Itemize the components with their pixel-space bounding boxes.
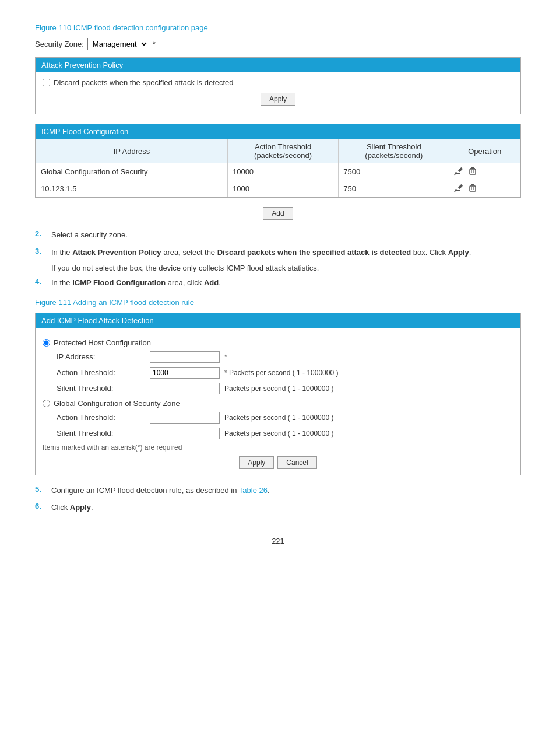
- silent-threshold-label1: Silent Threshold:: [57, 384, 150, 393]
- steps2-section: 5. Configure an ICMP flood detection rul…: [35, 485, 521, 513]
- radio2-label: Global Configuration of Security Zone: [54, 399, 180, 408]
- security-zone-label: Security Zone:: [35, 40, 84, 48]
- form-buttons: Apply Cancel: [43, 456, 513, 469]
- attack-prevention-body: Discard packets when the specified attac…: [36, 72, 520, 114]
- required-note: Items marked with an asterisk(*) are req…: [43, 443, 513, 452]
- attack-policy-apply-button[interactable]: Apply: [261, 93, 295, 106]
- security-zone-select[interactable]: Management: [87, 38, 149, 50]
- col-operation: Operation: [449, 139, 520, 163]
- delete-icon[interactable]: [468, 183, 478, 194]
- action-threshold-input2[interactable]: [150, 412, 220, 424]
- radio-global-config[interactable]: [43, 400, 50, 407]
- ip-address-row: IP Address: *: [43, 351, 513, 363]
- action-threshold-input1[interactable]: [150, 367, 220, 379]
- attack-prevention-header: Attack Prevention Policy: [36, 58, 520, 72]
- form-cancel-button[interactable]: Cancel: [277, 456, 316, 469]
- step2-num: 2.: [35, 229, 45, 238]
- silent-threshold-hint1: Packets per second ( 1 - 1000000 ): [224, 384, 333, 393]
- row1-ip: Global Configuration of Security: [36, 163, 228, 180]
- step5-text: Configure an ICMP flood detection rule, …: [51, 485, 270, 496]
- attack-prevention-panel: Attack Prevention Policy Discard packets…: [35, 57, 521, 114]
- add-row: Add: [35, 207, 521, 220]
- action-threshold-row2: Action Threshold: Packets per second ( 1…: [43, 412, 513, 424]
- discard-packets-row: Discard packets when the specified attac…: [43, 78, 513, 87]
- add-button[interactable]: Add: [263, 207, 293, 220]
- radio-protected-host[interactable]: [43, 339, 50, 346]
- svg-rect-12: [471, 184, 474, 186]
- action-threshold-hint1: * Packets per second ( 1 - 1000000 ): [224, 369, 338, 377]
- step-5: 5. Configure an ICMP flood detection rul…: [35, 485, 521, 496]
- step-2: 2. Select a security zone.: [35, 229, 521, 241]
- step2-text: Select a security zone.: [51, 229, 128, 241]
- discard-packets-checkbox[interactable]: [43, 79, 50, 86]
- table-row: 10.123.1.5 1000 750: [36, 180, 520, 197]
- row2-action: 1000: [227, 180, 338, 197]
- ip-address-input[interactable]: [150, 351, 220, 363]
- figure110-title: Figure 110 ICMP flood detection configur…: [35, 23, 521, 32]
- row2-ip: 10.123.1.5: [36, 180, 228, 197]
- step-3: 3. In the Attack Prevention Policy area,…: [35, 247, 521, 258]
- svg-rect-1: [458, 167, 463, 172]
- steps-section: 2. Select a security zone. 3. In the Att…: [35, 229, 521, 289]
- table-row: Global Configuration of Security 10000 7…: [36, 163, 520, 180]
- silent-threshold-input1[interactable]: [150, 383, 220, 394]
- step5-num: 5.: [35, 485, 45, 494]
- figure111-title: Figure 111 Adding an ICMP flood detectio…: [35, 298, 521, 307]
- icmp-flood-panel: ICMP Flood Configuration IP Address Acti…: [35, 124, 521, 198]
- step3-text: In the Attack Prevention Policy area, se…: [51, 247, 471, 258]
- radio2-row: Global Configuration of Security Zone: [43, 399, 513, 408]
- step-4: 4. In the ICMP Flood Configuration area,…: [35, 277, 521, 289]
- add-icmp-header: Add ICMP Flood Attack Detection: [36, 313, 520, 328]
- step6-num: 6.: [35, 502, 45, 510]
- row1-action: 10000: [227, 163, 338, 180]
- step-6: 6. Click Apply.: [35, 502, 521, 513]
- form-apply-button[interactable]: Apply: [239, 456, 274, 469]
- col-action: Action Threshold(packets/second): [227, 139, 338, 163]
- silent-threshold-label2: Silent Threshold:: [57, 429, 150, 438]
- icmp-flood-header: ICMP Flood Configuration: [36, 124, 520, 139]
- action-threshold-row1: Action Threshold: * Packets per second (…: [43, 367, 513, 379]
- step4-num: 4.: [35, 277, 45, 286]
- svg-rect-4: [471, 167, 474, 169]
- edit-icon[interactable]: [454, 183, 464, 194]
- page-number: 221: [35, 537, 521, 545]
- silent-threshold-row1: Silent Threshold: Packets per second ( 1…: [43, 383, 513, 394]
- svg-rect-9: [458, 184, 463, 189]
- radio1-row: Protected Host Configuration: [43, 338, 513, 347]
- col-ip: IP Address: [36, 139, 228, 163]
- silent-threshold-input2[interactable]: [150, 428, 220, 439]
- silent-threshold-row2: Silent Threshold: Packets per second ( 1…: [43, 428, 513, 439]
- add-icmp-body: Protected Host Configuration IP Address:…: [36, 328, 520, 475]
- row2-ops: [449, 180, 520, 197]
- action-threshold-label2: Action Threshold:: [57, 413, 150, 422]
- step6-text: Click Apply.: [51, 502, 93, 513]
- col-silent: Silent Threshold(packets/second): [339, 139, 449, 163]
- step3-subtext: If you do not select the box, the device…: [51, 264, 521, 272]
- row1-ops: [449, 163, 520, 180]
- action-threshold-label1: Action Threshold:: [57, 368, 150, 377]
- step4-text: In the ICMP Flood Configuration area, cl…: [51, 277, 221, 289]
- action-threshold-hint2: Packets per second ( 1 - 1000000 ): [224, 414, 333, 422]
- row2-silent: 750: [339, 180, 449, 197]
- svg-rect-5: [470, 169, 476, 174]
- row1-silent: 7500: [339, 163, 449, 180]
- add-icmp-panel: Add ICMP Flood Attack Detection Protecte…: [35, 313, 521, 475]
- edit-icon[interactable]: [454, 166, 464, 177]
- ip-address-hint: *: [224, 353, 227, 361]
- delete-icon[interactable]: [468, 166, 478, 177]
- discard-packets-label: Discard packets when the specified attac…: [54, 78, 234, 87]
- table26-link[interactable]: Table 26: [239, 486, 268, 495]
- svg-rect-13: [470, 186, 476, 191]
- security-zone-row: Security Zone: Management *: [35, 38, 521, 50]
- radio1-label: Protected Host Configuration: [54, 338, 151, 347]
- silent-threshold-hint2: Packets per second ( 1 - 1000000 ): [224, 429, 333, 438]
- icmp-flood-table: IP Address Action Threshold(packets/seco…: [36, 139, 520, 197]
- attack-policy-apply-row: Apply: [43, 93, 513, 106]
- ip-address-label: IP Address:: [57, 352, 150, 361]
- security-zone-required: *: [153, 40, 156, 48]
- step3-num: 3.: [35, 247, 45, 256]
